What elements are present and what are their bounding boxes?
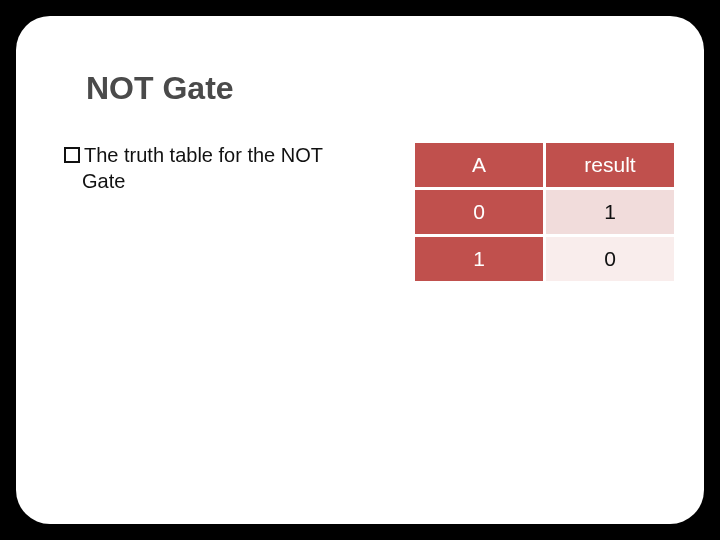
col-header-a: A — [415, 143, 543, 187]
slide-frame: NOT Gate The truth table for the NOT Gat… — [16, 16, 704, 524]
bullet-line-2: Gate — [82, 170, 125, 192]
square-bullet-icon — [64, 147, 80, 163]
bullet-text: The truth table for the NOT Gate — [64, 142, 364, 194]
cell-result-1: 0 — [546, 237, 674, 281]
table-row: 0 1 — [415, 190, 674, 234]
cell-result-0: 1 — [546, 190, 674, 234]
cell-a-0: 0 — [415, 190, 543, 234]
cell-a-1: 1 — [415, 237, 543, 281]
table-row: 1 0 — [415, 237, 674, 281]
truth-table: A result 0 1 1 0 — [412, 140, 677, 284]
col-header-result: result — [546, 143, 674, 187]
slide-title: NOT Gate — [86, 70, 234, 107]
bullet-line-1: The truth table for the NOT — [84, 144, 323, 166]
table-header-row: A result — [415, 143, 674, 187]
